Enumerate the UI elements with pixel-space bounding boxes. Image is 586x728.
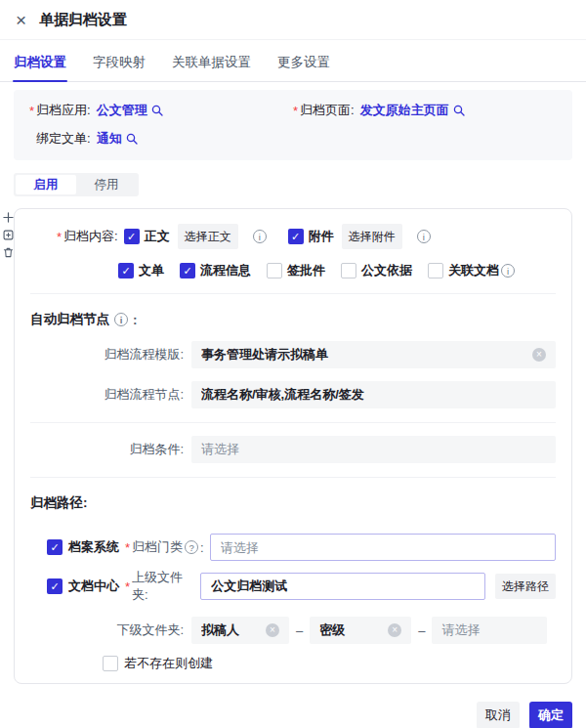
checkbox-doc-center[interactable]: ✓: [47, 578, 63, 594]
required-star: *: [125, 579, 130, 594]
category-input[interactable]: [210, 534, 556, 561]
subfolder-row: 下级文件夹: 拟稿人 × – 密级 × – 请选择: [30, 617, 556, 644]
checkbox-related-doc[interactable]: [428, 263, 443, 278]
archive-node-select[interactable]: 流程名称/审核,流程名称/签发: [191, 381, 556, 408]
clear-icon[interactable]: ×: [388, 623, 401, 637]
required-star: *: [29, 104, 34, 118]
archive-condition-label: 归档条件:: [30, 441, 191, 458]
archive-app-value: 公文管理: [97, 102, 147, 119]
divider: [30, 422, 556, 423]
status-toggle: 启用 停用: [14, 173, 139, 196]
doc-basis-label: 公文依据: [361, 262, 412, 279]
main-text-label: 正文: [145, 228, 170, 245]
archive-template-label: 归档流程模版:: [30, 346, 191, 364]
info-icon[interactable]: i: [114, 313, 128, 326]
attachment-label: 附件: [309, 228, 334, 245]
parent-folder-input[interactable]: [200, 573, 485, 600]
copy-icon[interactable]: [3, 230, 14, 240]
archive-page-label: 归档页面:: [300, 102, 355, 119]
archive-condition-placeholder: 请选择: [201, 441, 546, 458]
info-icon[interactable]: i: [417, 230, 431, 243]
confirm-button[interactable]: 确定: [529, 702, 572, 728]
search-icon: [453, 105, 465, 116]
colon: :: [200, 540, 204, 555]
question-icon[interactable]: ?: [185, 540, 198, 554]
checkbox-archive-system[interactable]: ✓: [47, 539, 63, 555]
subfolder-select-2[interactable]: 密级 ×: [310, 617, 411, 644]
checkbox-main-text[interactable]: ✓: [124, 229, 140, 244]
tab-more-settings[interactable]: 更多设置: [277, 54, 330, 81]
add-icon[interactable]: [3, 212, 14, 223]
enable-toggle-option[interactable]: 启用: [16, 175, 76, 194]
trash-icon[interactable]: [3, 247, 14, 258]
select-attachment-button[interactable]: 选择附件: [342, 224, 402, 249]
archive-page-value: 发文原始主页面: [360, 102, 449, 119]
dialog-header: × 单据归档设置: [0, 0, 586, 40]
related-doc-label: 关联文档: [448, 262, 499, 279]
archive-page-link[interactable]: 发文原始主页面: [360, 102, 465, 119]
bind-doc-value: 通知: [97, 130, 122, 148]
checkbox-doc-form[interactable]: ✓: [118, 263, 134, 278]
archive-app-link[interactable]: 公文管理: [97, 102, 163, 119]
required-star: *: [125, 540, 130, 555]
archive-system-row: ✓ 档案系统 * 归档门类 ? :: [47, 534, 556, 561]
subfolder-select-1[interactable]: 拟稿人 ×: [191, 617, 289, 644]
archive-system-label: 档案系统: [68, 538, 119, 556]
category-label: 归档门类: [132, 538, 183, 556]
info-icon[interactable]: i: [501, 264, 515, 278]
process-info-label: 流程信息: [200, 262, 251, 279]
info-icon[interactable]: i: [253, 230, 267, 243]
clear-icon[interactable]: ×: [532, 348, 546, 362]
dialog-footer: 取消 确定: [14, 702, 572, 728]
create-if-missing-label: 若不存在则创建: [124, 655, 213, 672]
parent-folder-label: 上级文件夹:: [132, 569, 194, 604]
archive-settings-dialog: × 单据归档设置 归档设置 字段映射 关联单据设置 更多设置 * 归档应用: 公…: [0, 0, 586, 728]
subfolder-label: 下级文件夹:: [30, 621, 191, 639]
dash-separator: –: [418, 623, 425, 638]
subfolder-select-3[interactable]: 请选择: [432, 617, 547, 644]
checkbox-process-info[interactable]: ✓: [180, 263, 195, 278]
page-title: 单据归档设置: [39, 11, 127, 29]
archive-condition-select[interactable]: 请选择: [191, 436, 556, 463]
archive-page-field: * 归档页面: 发文原始主页面: [293, 102, 557, 119]
checkbox-create-if-missing[interactable]: [103, 656, 118, 671]
cancel-button[interactable]: 取消: [477, 702, 520, 728]
checkbox-doc-basis[interactable]: [341, 263, 356, 278]
clear-icon[interactable]: ×: [266, 623, 279, 637]
binding-info-panel: * 归档应用: 公文管理 * 归档页面: 发文原始主页面 * 绑定文单: 通知: [14, 90, 572, 160]
required-star: *: [293, 104, 298, 118]
auto-archive-node-heading: 自动归档节点 i :: [30, 311, 556, 328]
search-icon: [126, 133, 138, 145]
tab-bar: 归档设置 字段映射 关联单据设置 更多设置: [0, 40, 586, 82]
dash-separator: –: [296, 623, 303, 638]
disable-toggle-option[interactable]: 停用: [76, 175, 137, 194]
archive-template-select[interactable]: 事务管理处请示拟稿单 ×: [191, 341, 556, 368]
tab-related-doc-settings[interactable]: 关联单据设置: [172, 54, 251, 81]
bind-doc-label: 绑定文单:: [36, 130, 91, 148]
archive-app-label: 归档应用:: [36, 102, 91, 119]
divider: [30, 477, 556, 478]
subfolder-value-2: 密级: [319, 621, 382, 639]
tab-archive-settings[interactable]: 归档设置: [14, 54, 66, 81]
archive-app-field: * 归档应用: 公文管理: [29, 102, 293, 119]
colon: :: [133, 313, 138, 327]
archive-content-row: * 归档内容: ✓ 正文 选择正文 i ✓ 附件 选择附件 i: [57, 224, 556, 249]
archive-condition-row: 归档条件: 请选择: [30, 436, 556, 463]
archive-content-row-2: ✓文单 ✓流程信息 签批件 公文依据 关联文档i: [118, 262, 556, 279]
select-path-button[interactable]: 选择路径: [495, 574, 556, 599]
checkbox-sign-doc[interactable]: [267, 263, 282, 278]
search-icon: [151, 105, 163, 116]
doc-center-label: 文档中心: [68, 578, 119, 595]
archive-path-heading: 归档路径:: [30, 494, 556, 512]
bind-doc-field: * 绑定文单: 通知: [29, 130, 293, 148]
close-icon[interactable]: ×: [16, 11, 26, 29]
required-star: *: [57, 230, 62, 244]
tab-field-mapping[interactable]: 字段映射: [93, 54, 146, 81]
select-main-text-button[interactable]: 选择正文: [178, 224, 238, 249]
checkbox-attachment[interactable]: ✓: [288, 229, 304, 244]
subfolder-value-1: 拟稿人: [201, 621, 260, 639]
archive-content-label: 归档内容:: [63, 228, 118, 245]
bind-doc-link[interactable]: 通知: [97, 130, 138, 148]
archive-template-row: 归档流程模版: 事务管理处请示拟稿单 ×: [30, 341, 556, 368]
sign-doc-label: 签批件: [287, 262, 325, 279]
